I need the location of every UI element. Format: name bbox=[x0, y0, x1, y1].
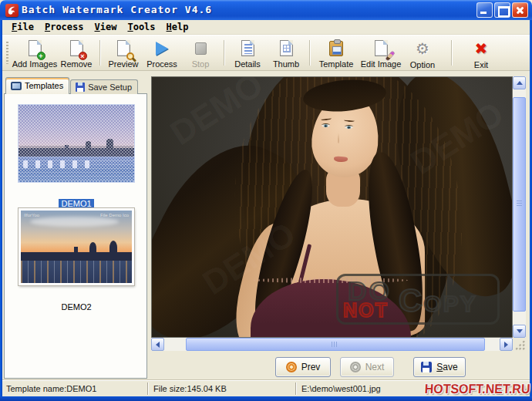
save-button[interactable]: Save bbox=[413, 357, 466, 377]
toolbar-add-images[interactable]: + Add Images bbox=[12, 37, 57, 69]
minimize-button[interactable] bbox=[476, 2, 493, 18]
status-divider bbox=[147, 382, 149, 395]
photo-face-detail bbox=[338, 133, 339, 143]
scroll-left-button[interactable] bbox=[151, 338, 164, 351]
toolbar-separator bbox=[309, 40, 310, 66]
status-divider bbox=[295, 382, 297, 395]
add-images-icon: + bbox=[29, 39, 42, 57]
toolbar: + Add Images × Remove Preview Process St… bbox=[2, 35, 530, 71]
vertical-scrollbar[interactable] bbox=[513, 76, 526, 338]
window-controls bbox=[476, 2, 528, 18]
toolbar-stop: Stop bbox=[181, 37, 220, 69]
toolbar-preview[interactable]: Preview bbox=[104, 37, 143, 69]
templates-tab-icon bbox=[11, 82, 22, 90]
process-icon bbox=[156, 39, 168, 57]
template-item-demo1[interactable]: DEMO1 bbox=[5, 105, 148, 210]
scroll-right-button[interactable] bbox=[500, 338, 513, 351]
edit-image-icon bbox=[375, 39, 388, 57]
toolbar-separator bbox=[451, 40, 452, 66]
stop-icon bbox=[195, 39, 207, 57]
templates-list: DEMO1 IlforYoo File Demo Ico DEMO2 bbox=[4, 93, 147, 379]
exit-icon bbox=[475, 39, 488, 58]
toolbar-process[interactable]: Process bbox=[143, 37, 181, 69]
vertical-scrollbar-thumb[interactable] bbox=[513, 97, 526, 312]
toolbar-grip[interactable] bbox=[5, 42, 9, 64]
down-arrow-icon bbox=[517, 329, 523, 333]
toolbar-thumb[interactable]: Thumb bbox=[267, 37, 305, 69]
horizontal-scrollbar[interactable] bbox=[151, 338, 513, 351]
toolbar-exit[interactable]: Exit bbox=[462, 37, 500, 69]
title-bar[interactable]: Batch Watermark Creator V4.6 bbox=[0, 0, 532, 20]
status-file-path: E:\demo\west001.jpg bbox=[301, 384, 381, 393]
menu-process[interactable]: Process bbox=[39, 21, 89, 33]
up-arrow-icon bbox=[517, 81, 523, 85]
demo2-preview-image: IlforYoo File Demo Ico bbox=[21, 211, 132, 283]
demo2-watermark-left: IlforYoo bbox=[24, 213, 39, 217]
demo2-watermark-right: File Demo Ico bbox=[100, 213, 129, 217]
tab-save-setup[interactable]: Save Setup bbox=[70, 79, 138, 94]
image-viewer: DEMO DEMO DEMO DO COPY NOT bbox=[151, 76, 526, 351]
left-panel-tabs: Templates Save Setup bbox=[5, 77, 138, 94]
menu-file[interactable]: File bbox=[6, 21, 39, 33]
close-button[interactable] bbox=[512, 2, 528, 18]
menu-help[interactable]: Help bbox=[161, 21, 194, 33]
window-border-left bbox=[0, 19, 2, 401]
photo-face-detail bbox=[345, 125, 353, 129]
tab-save-setup-label: Save Setup bbox=[88, 83, 132, 92]
horizontal-scrollbar-thumb[interactable] bbox=[186, 338, 485, 351]
demo1-selection-checker bbox=[19, 105, 134, 182]
toolbar-edit-image[interactable]: Edit Image bbox=[359, 37, 403, 69]
right-arrow-icon bbox=[504, 342, 508, 348]
template-thumbnail-demo1[interactable] bbox=[19, 105, 134, 182]
left-panel: Templates Save Setup DEMO1 bbox=[4, 77, 148, 379]
save-floppy-icon bbox=[421, 362, 432, 372]
preview-icon bbox=[117, 39, 130, 57]
scroll-up-button[interactable] bbox=[513, 76, 526, 89]
remove-icon: × bbox=[70, 39, 83, 57]
photo-face-detail bbox=[322, 123, 330, 127]
do-not-copy-watermark: DO COPY NOT bbox=[336, 274, 500, 325]
toolbar-separator bbox=[224, 40, 224, 66]
menu-view[interactable]: View bbox=[89, 21, 123, 33]
tab-templates[interactable]: Templates bbox=[5, 77, 69, 94]
hotsoft-watermark: HOTSOFT.NET.RU bbox=[424, 382, 530, 397]
photo-canvas[interactable]: DEMO DEMO DEMO DO COPY NOT bbox=[151, 76, 513, 338]
prev-icon bbox=[286, 362, 297, 372]
window-title: Batch Watermark Creator V4.6 bbox=[22, 0, 212, 20]
template-thumbnail-demo2[interactable]: IlforYoo File Demo Ico bbox=[19, 208, 134, 285]
status-file-size: File size:145.04 KB bbox=[153, 384, 227, 393]
tab-templates-label: Templates bbox=[25, 81, 63, 90]
status-template-name: Template name:DEMO1 bbox=[6, 384, 96, 393]
toolbar-template[interactable]: Template bbox=[314, 37, 359, 69]
toolbar-option[interactable]: Option bbox=[403, 37, 442, 69]
scroll-down-button[interactable] bbox=[513, 325, 526, 338]
thumb-icon bbox=[280, 39, 293, 57]
menu-tools[interactable]: Tools bbox=[122, 21, 160, 33]
stamp-word-not: NOT bbox=[343, 299, 389, 322]
save-setup-tab-icon bbox=[76, 83, 85, 92]
details-icon bbox=[241, 39, 254, 57]
maximize-button[interactable] bbox=[494, 2, 510, 18]
next-icon bbox=[350, 362, 361, 372]
template-icon bbox=[329, 39, 343, 57]
template-label-demo2[interactable]: DEMO2 bbox=[59, 302, 93, 312]
stamp-word-copy: COPY bbox=[399, 282, 477, 319]
menu-bar: File Process View Tools Help bbox=[2, 20, 530, 35]
left-arrow-icon bbox=[156, 342, 160, 348]
toolbar-separator bbox=[99, 40, 100, 66]
option-gear-icon bbox=[416, 39, 429, 58]
template-item-demo2[interactable]: IlforYoo File Demo Ico DEMO2 bbox=[5, 208, 148, 313]
toolbar-remove[interactable]: × Remove bbox=[57, 37, 96, 69]
app-logo-icon bbox=[5, 4, 19, 17]
toolbar-details[interactable]: Details bbox=[228, 37, 267, 69]
viewer-resize-grip[interactable] bbox=[513, 338, 526, 351]
next-button: Next bbox=[340, 357, 394, 377]
app-window: Batch Watermark Creator V4.6 File Proces… bbox=[0, 0, 532, 401]
prev-button[interactable]: Prev bbox=[275, 357, 331, 377]
